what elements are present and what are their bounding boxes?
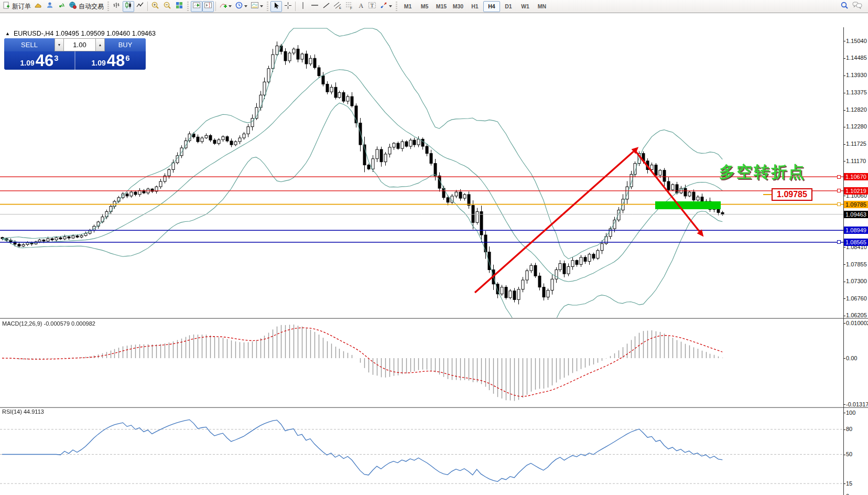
- volume-input[interactable]: 1.00: [64, 38, 95, 51]
- equidistant-channel-button[interactable]: E: [332, 1, 343, 12]
- search-button[interactable]: [839, 1, 851, 12]
- timeframe-m1[interactable]: M1: [399, 1, 416, 12]
- fibonacci-icon: F: [345, 1, 353, 12]
- hline-handle[interactable]: [837, 189, 841, 192]
- signals-icon: [57, 1, 66, 12]
- new-order-button[interactable]: 新订单: [1, 1, 32, 12]
- cursor-button[interactable]: [270, 1, 282, 12]
- macd-tick-mark: [843, 358, 845, 359]
- price-tick-mark: [843, 196, 845, 196]
- clock-icon: [235, 1, 243, 12]
- fibonacci-button[interactable]: F: [343, 1, 355, 12]
- auto-trading-icon: [69, 1, 77, 12]
- main-price-chart[interactable]: [0, 27, 843, 318]
- market-watch-button[interactable]: [32, 1, 44, 12]
- search-icon: [840, 1, 849, 12]
- bar-chart-button[interactable]: [111, 1, 123, 12]
- templates-button[interactable]: [249, 1, 265, 12]
- timeframe-h4[interactable]: H4: [483, 1, 500, 12]
- community-icon: [46, 1, 54, 12]
- macd-label: MACD(12,26,9) -0.000579 0.000982: [2, 320, 95, 327]
- price-badge-1.09785: 1.09785: [844, 201, 868, 208]
- auto-scroll-button[interactable]: [191, 1, 202, 12]
- indicators-caret: [229, 5, 232, 7]
- timeframe-m15[interactable]: M15: [433, 1, 450, 12]
- timeframe-h1[interactable]: H1: [466, 1, 483, 12]
- signals-button[interactable]: [56, 1, 67, 12]
- buy-price[interactable]: 1.09 48 6: [75, 51, 146, 70]
- rsi-tick-mark: [843, 413, 845, 413]
- price-tick-mark: [843, 58, 845, 59]
- toolbar-grip[interactable]: [395, 2, 398, 11]
- chart-shift-button[interactable]: [202, 1, 214, 12]
- macd-panel-chart[interactable]: [0, 319, 843, 407]
- vertical-line-button[interactable]: [297, 1, 309, 12]
- price-tick-mark: [843, 93, 845, 93]
- timeframe-m30[interactable]: M30: [450, 1, 466, 12]
- svg-text:E: E: [339, 6, 341, 9]
- buy-button[interactable]: BUY: [105, 38, 146, 51]
- candlestick-chart-button[interactable]: [123, 1, 134, 12]
- crosshair-button[interactable]: [282, 1, 294, 12]
- rsi-panel-chart[interactable]: [0, 408, 843, 495]
- arrows-button[interactable]: [378, 1, 394, 12]
- buy-price-prefix: 1.09: [91, 59, 105, 67]
- toolbar-grip[interactable]: [106, 2, 110, 11]
- zoom-out-icon: [163, 1, 172, 12]
- hline-handle[interactable]: [837, 175, 841, 179]
- candlestick-icon: [124, 1, 133, 12]
- community-button[interactable]: [44, 1, 56, 12]
- toolbar-grip[interactable]: [266, 2, 269, 11]
- templates-caret: [260, 5, 263, 7]
- price-tick-label: 1.07855: [846, 261, 867, 267]
- tile-windows-button[interactable]: [173, 1, 185, 12]
- horizontal-line-button[interactable]: [309, 1, 320, 12]
- timeframe-mn[interactable]: MN: [534, 1, 550, 12]
- chart-area: ▲ EURUSD-,H4 1.09495 1.09509 1.09460 1.0…: [0, 14, 868, 495]
- price-tick-mark: [843, 282, 845, 282]
- trendline-button[interactable]: [320, 1, 332, 12]
- timeframe-bar: M1M5M15M30H1H4D1W1MN: [399, 1, 550, 12]
- new-order-icon: [3, 2, 10, 12]
- toolbar-grip[interactable]: [186, 2, 190, 11]
- price-tick-mark: [843, 127, 845, 127]
- volume-decrement-button[interactable]: ▼: [55, 38, 64, 51]
- price-tick-label: 1.15040: [846, 38, 867, 44]
- sell-button[interactable]: SELL: [4, 38, 55, 51]
- turning-point-annotation[interactable]: 多空转折点: [719, 162, 806, 183]
- panel-separator-macd[interactable]: [0, 318, 868, 319]
- chat-button[interactable]: [851, 1, 864, 12]
- periods-button[interactable]: [233, 1, 249, 12]
- price-tick-mark: [843, 161, 845, 162]
- sell-price-sup: 3: [54, 53, 58, 62]
- volume-increment-button[interactable]: ▲: [95, 38, 105, 51]
- text-label-button[interactable]: T: [366, 1, 378, 12]
- text-button[interactable]: A: [355, 1, 366, 12]
- price-callout-label[interactable]: 1.09785: [772, 188, 812, 201]
- price-tick-mark: [843, 144, 845, 145]
- price-badge-1.08949: 1.08949: [844, 227, 868, 234]
- hline-handle[interactable]: [837, 240, 841, 244]
- timeframe-m5[interactable]: M5: [416, 1, 433, 12]
- rsi-tick-mark: [843, 455, 845, 455]
- oneclick-collapse-icon[interactable]: ▲: [5, 31, 10, 36]
- timeframe-w1[interactable]: W1: [517, 1, 534, 12]
- hline-handle[interactable]: [837, 202, 841, 206]
- zoom-out-button[interactable]: [161, 1, 173, 12]
- sell-price-prefix: 1.09: [20, 59, 34, 67]
- indicators-button[interactable]: [218, 1, 233, 12]
- rsi-tick-label: 0: [846, 493, 849, 495]
- auto-trading-button[interactable]: 自动交易: [67, 1, 105, 12]
- sell-price[interactable]: 1.09 46 3: [4, 51, 74, 70]
- price-tick-mark: [843, 298, 845, 299]
- panel-separator-rsi[interactable]: [0, 407, 868, 408]
- auto-scroll-icon: [192, 1, 201, 12]
- line-chart-button[interactable]: [134, 1, 146, 12]
- periods-caret: [244, 5, 247, 7]
- price-tick-mark: [843, 247, 845, 248]
- timeframe-d1[interactable]: D1: [500, 1, 517, 12]
- crosshair-icon: [284, 2, 292, 12]
- sell-price-big: 46: [36, 53, 53, 69]
- zoom-in-button[interactable]: [149, 1, 161, 12]
- price-tick-label: 1.06760: [846, 295, 867, 302]
